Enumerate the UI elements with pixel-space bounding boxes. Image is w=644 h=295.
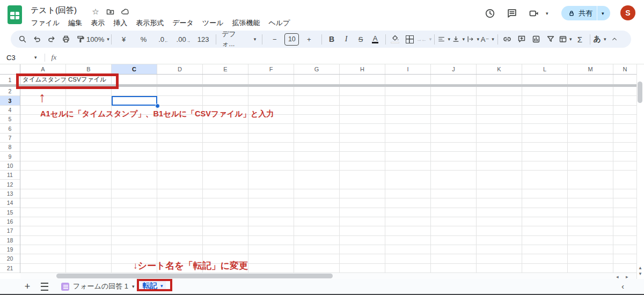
column-header-M[interactable]: M: [568, 64, 613, 74]
meet-camera-icon[interactable]: [528, 8, 540, 19]
row-header-21[interactable]: 21: [0, 264, 20, 273]
horizontal-scrollbar-thumb[interactable]: [56, 274, 333, 278]
column-header-I[interactable]: I: [385, 64, 431, 74]
row-header-10[interactable]: 10: [0, 161, 20, 171]
horizontal-align-button[interactable]: ▾: [437, 32, 451, 46]
cloud-status-icon[interactable]: [120, 7, 130, 17]
hide-menus-chevron-icon[interactable]: [607, 32, 621, 46]
column-header-C[interactable]: C: [112, 64, 157, 74]
format-percent-button[interactable]: %: [134, 32, 153, 46]
scroll-right-arrow[interactable]: ▸: [626, 274, 628, 279]
formula-input[interactable]: [56, 51, 644, 64]
move-folder-icon[interactable]: [105, 7, 115, 17]
column-header-E[interactable]: E: [203, 64, 248, 74]
menu-format[interactable]: 表示形式: [131, 17, 168, 30]
comment-history-icon[interactable]: [506, 8, 518, 19]
scroll-down-arrow[interactable]: ▼: [638, 271, 642, 276]
star-icon[interactable]: ☆: [91, 7, 100, 17]
menu-view[interactable]: 表示: [86, 17, 109, 30]
row-header-4[interactable]: 4: [0, 106, 20, 115]
name-box[interactable]: C3: [6, 54, 34, 62]
row-header-12[interactable]: 12: [0, 180, 20, 189]
menu-file[interactable]: ファイル: [27, 17, 64, 30]
font-select[interactable]: デフォ... ▾: [218, 32, 259, 46]
row-header-7[interactable]: 7: [0, 134, 20, 143]
column-header-K[interactable]: K: [477, 64, 522, 74]
decrease-font-size-button[interactable]: −: [265, 32, 284, 46]
undo-icon[interactable]: [30, 32, 44, 46]
zoom-select[interactable]: 100% ▾: [87, 32, 108, 46]
share-dropdown-caret[interactable]: ▾: [602, 11, 604, 16]
row-header-8[interactable]: 8: [0, 143, 20, 152]
print-icon[interactable]: [58, 32, 73, 46]
row-header-3[interactable]: 3: [0, 96, 20, 105]
text-color-button[interactable]: A: [368, 32, 383, 46]
scroll-left-arrow[interactable]: ◂: [616, 274, 619, 279]
version-history-icon[interactable]: [484, 8, 496, 19]
text-rotation-button[interactable]: A⌒ ▾: [480, 32, 495, 46]
scroll-up-arrow[interactable]: ▲: [638, 266, 642, 270]
collapse-sidebar-chevron-icon[interactable]: ‹: [621, 282, 624, 291]
menu-extensions[interactable]: 拡張機能: [228, 17, 264, 30]
bold-button[interactable]: B: [325, 32, 339, 46]
more-formats-button[interactable]: 123: [193, 32, 213, 46]
fill-handle[interactable]: [155, 104, 160, 108]
menu-help[interactable]: ヘルプ: [264, 17, 294, 30]
vertical-scrollbar-thumb[interactable]: [638, 82, 642, 103]
create-filter-icon[interactable]: [544, 32, 558, 46]
search-icon[interactable]: [15, 32, 30, 46]
sheet-tab-caret[interactable]: ▾: [132, 284, 135, 289]
row-header-18[interactable]: 18: [0, 236, 20, 245]
text-wrap-button[interactable]: ▾: [466, 32, 480, 46]
input-tools-button[interactable]: あ ▾: [592, 32, 607, 46]
row-header-15[interactable]: 15: [0, 208, 20, 217]
borders-button[interactable]: [402, 32, 417, 46]
menu-insert[interactable]: 挿入: [109, 17, 131, 30]
row-header-6[interactable]: 6: [0, 124, 20, 133]
decrease-decimal-button[interactable]: .0←: [153, 32, 173, 46]
row-header-14[interactable]: 14: [0, 198, 20, 208]
column-header-G[interactable]: G: [294, 64, 340, 74]
column-header-A[interactable]: A: [20, 64, 66, 74]
paint-format-icon[interactable]: [73, 32, 87, 46]
menu-data[interactable]: データ: [168, 17, 198, 30]
selected-cell-C3[interactable]: [112, 96, 157, 106]
increase-decimal-button[interactable]: .00→: [173, 32, 193, 46]
select-all-corner[interactable]: [0, 64, 20, 74]
column-header-F[interactable]: F: [248, 64, 294, 74]
column-header-J[interactable]: J: [431, 64, 477, 74]
redo-icon[interactable]: [44, 32, 58, 46]
document-title[interactable]: テスト(回答): [31, 5, 77, 16]
add-sheet-button[interactable]: +: [20, 280, 34, 293]
insert-comment-icon[interactable]: [515, 32, 529, 46]
vertical-align-button[interactable]: ▾: [451, 32, 466, 46]
row-header-5[interactable]: 5: [0, 115, 20, 124]
column-header-L[interactable]: L: [522, 64, 568, 74]
share-button[interactable]: 共有 ▾: [561, 6, 610, 20]
row-header-16[interactable]: 16: [0, 217, 20, 226]
menu-tools[interactable]: ツール: [198, 17, 228, 30]
insert-chart-icon[interactable]: [529, 32, 544, 46]
meet-dropdown-caret[interactable]: ▾: [546, 11, 548, 16]
row-header-20[interactable]: 20: [0, 254, 20, 263]
increase-font-size-button[interactable]: +: [299, 32, 319, 46]
column-header-D[interactable]: D: [157, 64, 203, 74]
strikethrough-button[interactable]: S: [354, 32, 368, 46]
italic-button[interactable]: I: [339, 32, 354, 46]
account-avatar[interactable]: S: [620, 5, 635, 20]
column-header-H[interactable]: H: [340, 64, 385, 74]
font-size-input[interactable]: 10: [284, 32, 299, 46]
column-header-N[interactable]: N: [613, 64, 636, 74]
row-header-19[interactable]: 19: [0, 245, 20, 254]
functions-button[interactable]: Σ: [573, 32, 587, 46]
data-views-button[interactable]: ▾: [558, 32, 573, 46]
insert-link-icon[interactable]: [500, 32, 515, 46]
column-header-B[interactable]: B: [66, 64, 112, 74]
fill-color-button[interactable]: [388, 32, 402, 46]
name-box-caret[interactable]: ▾: [34, 55, 37, 60]
row-1-empty-cells[interactable]: [112, 75, 636, 85]
all-sheets-icon[interactable]: [41, 283, 48, 291]
format-currency-button[interactable]: ¥: [114, 32, 134, 46]
row-header-17[interactable]: 17: [0, 226, 20, 235]
sheet-tab-form-responses[interactable]: フォームの回答 1 ▾: [61, 282, 135, 291]
